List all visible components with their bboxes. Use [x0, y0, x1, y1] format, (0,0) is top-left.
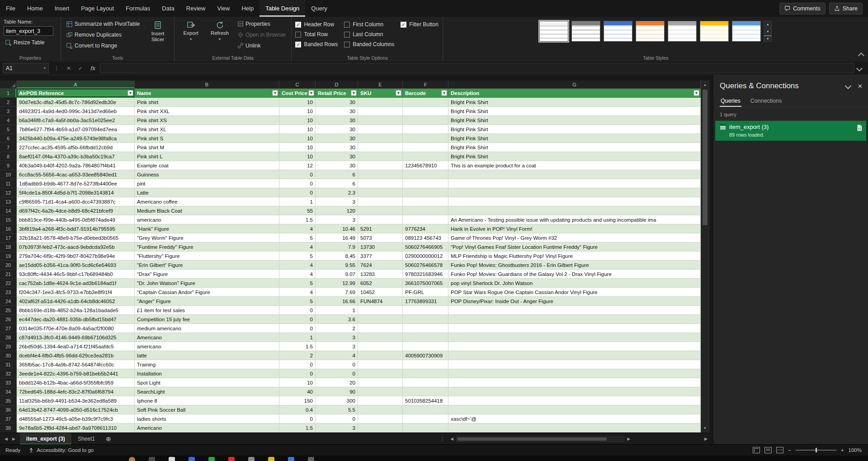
cell[interactable]: Pink shirt XL: [135, 125, 279, 134]
row-header-19[interactable]: 19: [0, 252, 17, 261]
cell[interactable]: 10: [279, 378, 316, 387]
filter-button[interactable]: ▾: [351, 90, 357, 96]
row-header-3[interactable]: 3: [0, 107, 17, 116]
cell[interactable]: 07b3973f-feb2-473c-aacd-9ebdcda92e5b: [17, 242, 135, 252]
table-style-light-plain[interactable]: [539, 21, 568, 42]
cell[interactable]: [358, 378, 403, 387]
gallery-down-button[interactable]: ▼: [764, 28, 772, 34]
cell[interactable]: Soft Pink Soccer Ball: [135, 405, 279, 414]
cell[interactable]: Bright Pink Shirt: [448, 134, 701, 143]
cell[interactable]: 5060276466905: [403, 242, 448, 252]
cell[interactable]: 9.55: [316, 261, 358, 270]
page-layout-view-button[interactable]: [764, 447, 772, 453]
row-header-35[interactable]: 35: [0, 396, 17, 405]
row-header-10[interactable]: 10: [0, 170, 17, 179]
row-header-14[interactable]: 14: [0, 206, 17, 215]
cell[interactable]: 5291: [358, 224, 403, 233]
cell[interactable]: [403, 206, 448, 215]
cell[interactable]: Bright Pink Shirt: [448, 116, 701, 125]
cell[interactable]: 90d7eb3c-dfa2-45d5-8c7c-786d92edb30e: [17, 98, 135, 107]
cell[interactable]: 10: [279, 98, 316, 107]
cell[interactable]: [448, 306, 701, 315]
cell[interactable]: 1: [279, 197, 316, 206]
tabbar-splitter[interactable]: ⋮: [436, 433, 448, 445]
cell[interactable]: 6: [316, 170, 358, 179]
cell[interactable]: 0: [279, 188, 316, 197]
cell[interactable]: [358, 405, 403, 414]
unlink-button[interactable]: Unlink: [236, 41, 288, 51]
cell[interactable]: latte: [135, 351, 279, 360]
cell[interactable]: "Anger" Figure: [135, 297, 279, 306]
cell[interactable]: [448, 170, 701, 179]
cell[interactable]: 30: [316, 125, 358, 134]
cell[interactable]: [448, 369, 701, 378]
cell[interactable]: 5010358254418: [403, 396, 448, 405]
cell[interactable]: [358, 306, 403, 315]
cell[interactable]: [358, 143, 403, 152]
cell[interactable]: [358, 179, 403, 188]
cell[interactable]: [403, 423, 448, 432]
cell[interactable]: 7.69: [316, 288, 358, 297]
row-header-34[interactable]: 34: [0, 387, 17, 396]
cell[interactable]: [358, 324, 403, 333]
cell[interactable]: 90: [316, 387, 358, 396]
cell[interactable]: 4: [279, 242, 316, 252]
column-header-e[interactable]: E: [358, 81, 403, 89]
cell[interactable]: 0: [279, 369, 316, 378]
table-column-header-description[interactable]: Description▾: [448, 89, 701, 98]
cell[interactable]: Bright Pink Shirt: [448, 143, 701, 152]
cell[interactable]: "Drax" Figure: [135, 270, 279, 279]
checkbox-total-row[interactable]: Total Row: [295, 30, 338, 39]
checkbox-header-row[interactable]: ✓Header Row: [295, 20, 338, 29]
cell[interactable]: 0: [279, 360, 316, 369]
accessibility-status[interactable]: Accessibility: Good to go: [28, 447, 94, 453]
sheet-tab-item-export-3[interactable]: item_export (3): [20, 433, 71, 445]
cell[interactable]: 0: [316, 369, 358, 378]
table-column-header-retail-price[interactable]: Retail Price▾: [316, 89, 358, 98]
tab-scroll-right-icon[interactable]: ▶: [12, 437, 15, 441]
enter-icon[interactable]: ✓: [76, 65, 85, 71]
cell[interactable]: 0290000000012: [403, 252, 448, 261]
row-header-25[interactable]: 25: [0, 306, 17, 315]
cell[interactable]: 13730: [358, 242, 403, 252]
cell[interactable]: 12345678910: [403, 161, 448, 170]
cell[interactable]: 8.45: [316, 252, 358, 261]
table-style-medium-blue[interactable]: [604, 21, 632, 42]
cell[interactable]: [403, 369, 448, 378]
cell[interactable]: 30: [316, 134, 358, 143]
cell[interactable]: Medium Black Coat: [135, 206, 279, 215]
select-all-corner[interactable]: [0, 81, 17, 89]
cell[interactable]: [358, 161, 403, 170]
cell[interactable]: 3: [316, 197, 358, 206]
cell[interactable]: [358, 134, 403, 143]
cell[interactable]: PF-GRL: [403, 288, 448, 297]
cell[interactable]: "Captain Cassian Andor" Figure: [135, 288, 279, 297]
column-header-g[interactable]: G: [448, 81, 701, 89]
cell[interactable]: MLP Friendship is Magic Fluttershy Pop! …: [448, 252, 701, 261]
cell[interactable]: 5: [279, 252, 316, 261]
cell[interactable]: [358, 414, 403, 423]
cell[interactable]: 150: [279, 396, 316, 405]
cell[interactable]: Example coat: [135, 161, 279, 170]
cell[interactable]: 4: [316, 351, 358, 360]
cell[interactable]: [403, 378, 448, 387]
row-header-13[interactable]: 13: [0, 197, 17, 206]
cell[interactable]: 72bed645-188d-4efc-83c2-87f0a6f68794: [17, 387, 135, 396]
cell[interactable]: 0: [316, 360, 358, 369]
insert-slicer-button[interactable]: Insert Slicer: [145, 19, 170, 53]
cell[interactable]: [403, 188, 448, 197]
cell[interactable]: Training: [135, 360, 279, 369]
external-properties-button[interactable]: Properties: [236, 19, 288, 29]
export-button[interactable]: Export ▾: [178, 19, 203, 53]
cell[interactable]: 30: [316, 116, 358, 125]
cell[interactable]: [448, 197, 701, 206]
sheet-tab-sheet1[interactable]: Sheet1: [71, 433, 101, 445]
horizontal-scrollbar[interactable]: ◀ ▶: [448, 433, 632, 445]
expand-formula-bar-icon[interactable]: [856, 65, 863, 71]
taskbar-app-icon[interactable]: [228, 457, 235, 461]
row-header-6[interactable]: 6: [0, 134, 17, 143]
scroll-right-icon[interactable]: ▶: [625, 437, 632, 441]
row-header-32[interactable]: 32: [0, 369, 17, 378]
taskbar-app-icon[interactable]: [308, 457, 314, 461]
menu-tab-table-design[interactable]: Table Design: [259, 0, 305, 17]
